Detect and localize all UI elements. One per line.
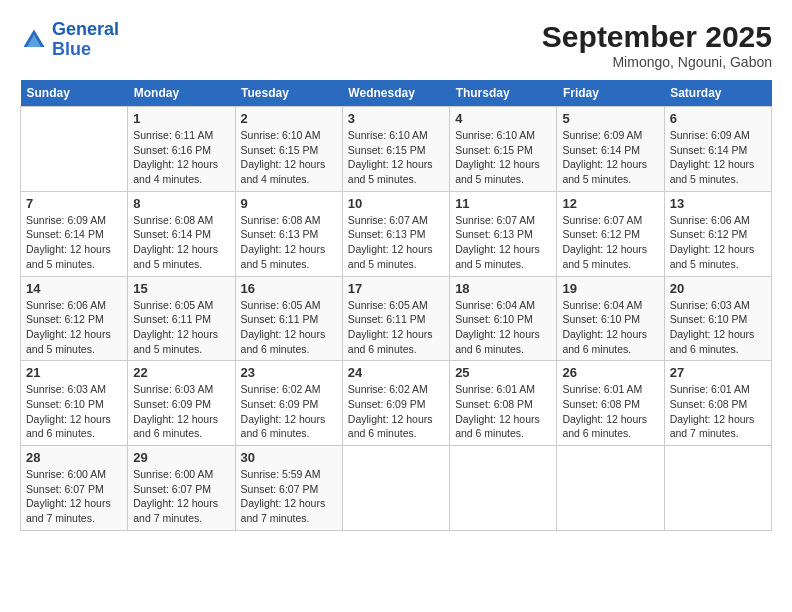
- week-row-5: 28Sunrise: 6:00 AM Sunset: 6:07 PM Dayli…: [21, 446, 772, 531]
- header-cell-wednesday: Wednesday: [342, 80, 449, 107]
- day-info: Sunrise: 6:03 AM Sunset: 6:10 PM Dayligh…: [670, 298, 766, 357]
- day-number: 17: [348, 281, 444, 296]
- day-cell: [342, 446, 449, 531]
- week-row-2: 7Sunrise: 6:09 AM Sunset: 6:14 PM Daylig…: [21, 191, 772, 276]
- day-info: Sunrise: 6:10 AM Sunset: 6:15 PM Dayligh…: [348, 128, 444, 187]
- day-cell: 6Sunrise: 6:09 AM Sunset: 6:14 PM Daylig…: [664, 107, 771, 192]
- day-info: Sunrise: 6:03 AM Sunset: 6:09 PM Dayligh…: [133, 382, 229, 441]
- day-number: 10: [348, 196, 444, 211]
- day-number: 9: [241, 196, 337, 211]
- day-cell: 18Sunrise: 6:04 AM Sunset: 6:10 PM Dayli…: [450, 276, 557, 361]
- day-info: Sunrise: 5:59 AM Sunset: 6:07 PM Dayligh…: [241, 467, 337, 526]
- day-cell: 12Sunrise: 6:07 AM Sunset: 6:12 PM Dayli…: [557, 191, 664, 276]
- day-info: Sunrise: 6:09 AM Sunset: 6:14 PM Dayligh…: [562, 128, 658, 187]
- day-number: 22: [133, 365, 229, 380]
- day-info: Sunrise: 6:02 AM Sunset: 6:09 PM Dayligh…: [241, 382, 337, 441]
- logo-line2: Blue: [52, 39, 91, 59]
- day-info: Sunrise: 6:00 AM Sunset: 6:07 PM Dayligh…: [26, 467, 122, 526]
- day-cell: 22Sunrise: 6:03 AM Sunset: 6:09 PM Dayli…: [128, 361, 235, 446]
- title-block: September 2025 Mimongo, Ngouni, Gabon: [542, 20, 772, 70]
- day-number: 20: [670, 281, 766, 296]
- day-cell: 10Sunrise: 6:07 AM Sunset: 6:13 PM Dayli…: [342, 191, 449, 276]
- day-cell: 28Sunrise: 6:00 AM Sunset: 6:07 PM Dayli…: [21, 446, 128, 531]
- day-number: 19: [562, 281, 658, 296]
- day-number: 29: [133, 450, 229, 465]
- day-cell: 8Sunrise: 6:08 AM Sunset: 6:14 PM Daylig…: [128, 191, 235, 276]
- logo: General Blue: [20, 20, 119, 60]
- day-number: 21: [26, 365, 122, 380]
- day-number: 7: [26, 196, 122, 211]
- day-number: 2: [241, 111, 337, 126]
- day-cell: 24Sunrise: 6:02 AM Sunset: 6:09 PM Dayli…: [342, 361, 449, 446]
- day-number: 25: [455, 365, 551, 380]
- day-info: Sunrise: 6:08 AM Sunset: 6:13 PM Dayligh…: [241, 213, 337, 272]
- day-number: 6: [670, 111, 766, 126]
- day-cell: 26Sunrise: 6:01 AM Sunset: 6:08 PM Dayli…: [557, 361, 664, 446]
- day-info: Sunrise: 6:05 AM Sunset: 6:11 PM Dayligh…: [348, 298, 444, 357]
- day-cell: 20Sunrise: 6:03 AM Sunset: 6:10 PM Dayli…: [664, 276, 771, 361]
- calendar-subtitle: Mimongo, Ngouni, Gabon: [542, 54, 772, 70]
- day-cell: [450, 446, 557, 531]
- day-number: 3: [348, 111, 444, 126]
- day-cell: 19Sunrise: 6:04 AM Sunset: 6:10 PM Dayli…: [557, 276, 664, 361]
- day-number: 14: [26, 281, 122, 296]
- header-cell-friday: Friday: [557, 80, 664, 107]
- day-info: Sunrise: 6:07 AM Sunset: 6:12 PM Dayligh…: [562, 213, 658, 272]
- header-cell-thursday: Thursday: [450, 80, 557, 107]
- day-cell: 2Sunrise: 6:10 AM Sunset: 6:15 PM Daylig…: [235, 107, 342, 192]
- day-info: Sunrise: 6:09 AM Sunset: 6:14 PM Dayligh…: [26, 213, 122, 272]
- day-cell: 9Sunrise: 6:08 AM Sunset: 6:13 PM Daylig…: [235, 191, 342, 276]
- day-info: Sunrise: 6:10 AM Sunset: 6:15 PM Dayligh…: [455, 128, 551, 187]
- day-cell: [557, 446, 664, 531]
- day-cell: 3Sunrise: 6:10 AM Sunset: 6:15 PM Daylig…: [342, 107, 449, 192]
- day-cell: 30Sunrise: 5:59 AM Sunset: 6:07 PM Dayli…: [235, 446, 342, 531]
- logo-icon: [20, 26, 48, 54]
- day-number: 27: [670, 365, 766, 380]
- day-info: Sunrise: 6:04 AM Sunset: 6:10 PM Dayligh…: [562, 298, 658, 357]
- header-cell-tuesday: Tuesday: [235, 80, 342, 107]
- day-number: 1: [133, 111, 229, 126]
- day-cell: 17Sunrise: 6:05 AM Sunset: 6:11 PM Dayli…: [342, 276, 449, 361]
- calendar-title: September 2025: [542, 20, 772, 54]
- day-info: Sunrise: 6:09 AM Sunset: 6:14 PM Dayligh…: [670, 128, 766, 187]
- day-info: Sunrise: 6:01 AM Sunset: 6:08 PM Dayligh…: [455, 382, 551, 441]
- day-number: 16: [241, 281, 337, 296]
- day-cell: [664, 446, 771, 531]
- week-row-1: 1Sunrise: 6:11 AM Sunset: 6:16 PM Daylig…: [21, 107, 772, 192]
- day-number: 24: [348, 365, 444, 380]
- day-number: 30: [241, 450, 337, 465]
- day-info: Sunrise: 6:04 AM Sunset: 6:10 PM Dayligh…: [455, 298, 551, 357]
- day-info: Sunrise: 6:01 AM Sunset: 6:08 PM Dayligh…: [562, 382, 658, 441]
- day-cell: [21, 107, 128, 192]
- day-cell: 13Sunrise: 6:06 AM Sunset: 6:12 PM Dayli…: [664, 191, 771, 276]
- day-info: Sunrise: 6:11 AM Sunset: 6:16 PM Dayligh…: [133, 128, 229, 187]
- day-info: Sunrise: 6:06 AM Sunset: 6:12 PM Dayligh…: [670, 213, 766, 272]
- calendar-table: SundayMondayTuesdayWednesdayThursdayFrid…: [20, 80, 772, 531]
- day-number: 4: [455, 111, 551, 126]
- day-cell: 27Sunrise: 6:01 AM Sunset: 6:08 PM Dayli…: [664, 361, 771, 446]
- week-row-4: 21Sunrise: 6:03 AM Sunset: 6:10 PM Dayli…: [21, 361, 772, 446]
- logo-text: General Blue: [52, 20, 119, 60]
- day-cell: 1Sunrise: 6:11 AM Sunset: 6:16 PM Daylig…: [128, 107, 235, 192]
- day-cell: 16Sunrise: 6:05 AM Sunset: 6:11 PM Dayli…: [235, 276, 342, 361]
- day-info: Sunrise: 6:01 AM Sunset: 6:08 PM Dayligh…: [670, 382, 766, 441]
- day-info: Sunrise: 6:03 AM Sunset: 6:10 PM Dayligh…: [26, 382, 122, 441]
- day-cell: 5Sunrise: 6:09 AM Sunset: 6:14 PM Daylig…: [557, 107, 664, 192]
- day-cell: 15Sunrise: 6:05 AM Sunset: 6:11 PM Dayli…: [128, 276, 235, 361]
- day-number: 12: [562, 196, 658, 211]
- day-cell: 4Sunrise: 6:10 AM Sunset: 6:15 PM Daylig…: [450, 107, 557, 192]
- header-cell-saturday: Saturday: [664, 80, 771, 107]
- week-row-3: 14Sunrise: 6:06 AM Sunset: 6:12 PM Dayli…: [21, 276, 772, 361]
- day-info: Sunrise: 6:00 AM Sunset: 6:07 PM Dayligh…: [133, 467, 229, 526]
- header-row: SundayMondayTuesdayWednesdayThursdayFrid…: [21, 80, 772, 107]
- day-info: Sunrise: 6:05 AM Sunset: 6:11 PM Dayligh…: [133, 298, 229, 357]
- day-info: Sunrise: 6:07 AM Sunset: 6:13 PM Dayligh…: [348, 213, 444, 272]
- day-cell: 7Sunrise: 6:09 AM Sunset: 6:14 PM Daylig…: [21, 191, 128, 276]
- day-cell: 14Sunrise: 6:06 AM Sunset: 6:12 PM Dayli…: [21, 276, 128, 361]
- day-cell: 11Sunrise: 6:07 AM Sunset: 6:13 PM Dayli…: [450, 191, 557, 276]
- day-number: 11: [455, 196, 551, 211]
- header-cell-monday: Monday: [128, 80, 235, 107]
- day-cell: 21Sunrise: 6:03 AM Sunset: 6:10 PM Dayli…: [21, 361, 128, 446]
- header-cell-sunday: Sunday: [21, 80, 128, 107]
- day-cell: 29Sunrise: 6:00 AM Sunset: 6:07 PM Dayli…: [128, 446, 235, 531]
